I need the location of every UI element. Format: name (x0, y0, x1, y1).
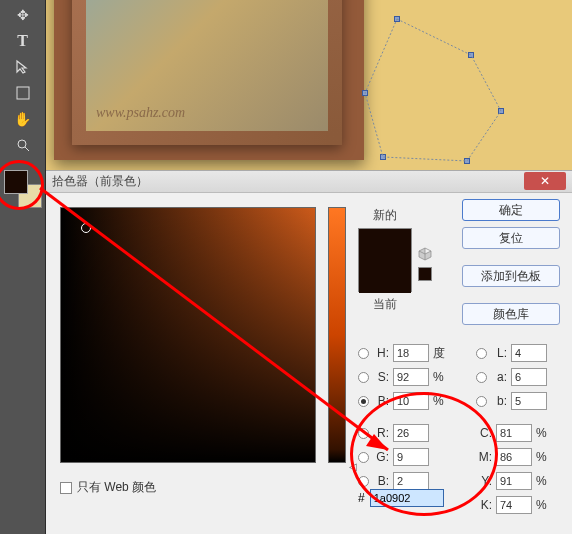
dialog-body: 新的 当前 确定 复位 添加到色板 颜色库 H: 18 度 (46, 193, 572, 534)
dialog-titlebar[interactable]: 拾色器（前景色） ✕ (46, 171, 572, 193)
value-grid-left: H: 18 度 S: 92 % B: 10 % R: 26 (358, 341, 449, 493)
preview-current-color[interactable] (359, 261, 411, 293)
label-s: S: (373, 370, 389, 384)
input-b-hsb[interactable]: 10 (393, 392, 429, 410)
type-tool-icon[interactable]: T (11, 29, 34, 52)
input-c[interactable]: 81 (496, 424, 532, 442)
input-g[interactable]: 9 (393, 448, 429, 466)
label-k: K: (476, 498, 492, 512)
label-b-hsb: B: (373, 394, 389, 408)
unit-c: % (536, 426, 552, 440)
radio-b-hsb[interactable] (358, 396, 369, 407)
svg-point-1 (18, 140, 26, 148)
hex-label: # (358, 491, 365, 505)
unit-h: 度 (433, 345, 449, 362)
radio-r[interactable] (358, 428, 369, 439)
transform-handle[interactable] (464, 158, 470, 164)
slider-collapse-icon[interactable]: ◁ (349, 461, 357, 472)
label-m: M: (476, 450, 492, 464)
watermark-text: www.psahz.com (96, 105, 185, 121)
button-column: 确定 复位 添加到色板 颜色库 (462, 199, 560, 325)
web-only-checkbox-row: 只有 Web 颜色 (60, 479, 156, 496)
color-field[interactable] (60, 207, 316, 463)
label-r: R: (373, 426, 389, 440)
radio-g[interactable] (358, 452, 369, 463)
unit-b-hsb: % (433, 394, 449, 408)
unit-s: % (433, 370, 449, 384)
dialog-title: 拾色器（前景色） (52, 173, 148, 190)
cancel-button[interactable]: 复位 (462, 227, 560, 249)
preview-new-color (359, 229, 411, 261)
color-preview-block: 新的 当前 (358, 207, 412, 313)
input-l[interactable]: 4 (511, 344, 547, 362)
label-a: a: (491, 370, 507, 384)
left-toolbar: ✥ T ✋ ⤺ (0, 0, 46, 534)
ok-button[interactable]: 确定 (462, 199, 560, 221)
zoom-tool-icon[interactable] (11, 133, 34, 156)
radio-a[interactable] (476, 372, 487, 383)
transform-handle[interactable] (468, 52, 474, 58)
add-swatch-button[interactable]: 添加到色板 (462, 265, 560, 287)
web-only-checkbox[interactable] (60, 482, 72, 494)
shape-tool-icon[interactable] (11, 81, 34, 104)
input-y[interactable]: 91 (496, 472, 532, 490)
input-r[interactable]: 26 (393, 424, 429, 442)
web-safe-swatch[interactable] (418, 267, 432, 281)
web-only-label: 只有 Web 颜色 (77, 479, 156, 496)
value-grid-right: L: 4 a: 6 b: 5 C: 81 % M: 86 % (476, 341, 552, 517)
canvas-viewport[interactable]: www.psahz.com (46, 0, 572, 176)
input-s[interactable]: 92 (393, 368, 429, 386)
label-l: L: (491, 346, 507, 360)
unit-m: % (536, 450, 552, 464)
svg-rect-0 (17, 87, 29, 99)
color-library-button[interactable]: 颜色库 (462, 303, 560, 325)
transform-handle[interactable] (394, 16, 400, 22)
label-b-lab: b: (491, 394, 507, 408)
input-a[interactable]: 6 (511, 368, 547, 386)
label-h: H: (373, 346, 389, 360)
input-m[interactable]: 86 (496, 448, 532, 466)
painting-image: www.psahz.com (72, 0, 342, 145)
unit-y: % (536, 474, 552, 488)
label-current-color: 当前 (358, 296, 412, 313)
unit-k: % (536, 498, 552, 512)
svg-marker-3 (365, 19, 501, 161)
label-b-rgb: B: (373, 474, 389, 488)
radio-h[interactable] (358, 348, 369, 359)
input-b-rgb[interactable]: 2 (393, 472, 429, 490)
hex-input[interactable] (370, 489, 444, 507)
transform-handle[interactable] (362, 90, 368, 96)
radio-s[interactable] (358, 372, 369, 383)
move-tool-icon[interactable]: ✥ (11, 3, 34, 26)
web-safe-warning-icon[interactable] (418, 247, 432, 261)
transform-handle[interactable] (498, 108, 504, 114)
radio-b-lab[interactable] (476, 396, 487, 407)
hand-tool-icon[interactable]: ✋ (11, 107, 34, 130)
hex-row: # (358, 489, 444, 507)
label-new-color: 新的 (358, 207, 412, 224)
svg-line-2 (25, 147, 29, 151)
transform-handle[interactable] (380, 154, 386, 160)
label-g: G: (373, 450, 389, 464)
color-picker-dialog: 拾色器（前景色） ✕ 新的 当前 确定 复位 添加到色板 颜色库 (46, 170, 572, 534)
path-select-tool-icon[interactable] (11, 55, 34, 78)
hue-slider[interactable] (328, 207, 346, 463)
input-k[interactable]: 74 (496, 496, 532, 514)
input-b-lab[interactable]: 5 (511, 392, 547, 410)
label-y: Y: (476, 474, 492, 488)
color-preview-swatch (358, 228, 412, 292)
foreground-color-swatch[interactable] (4, 170, 28, 194)
radio-b-rgb[interactable] (358, 476, 369, 487)
color-swatches[interactable] (4, 170, 42, 208)
radio-l[interactable] (476, 348, 487, 359)
label-c: C: (476, 426, 492, 440)
color-field-cursor[interactable] (81, 223, 91, 233)
input-h[interactable]: 18 (393, 344, 429, 362)
close-button[interactable]: ✕ (524, 172, 566, 190)
